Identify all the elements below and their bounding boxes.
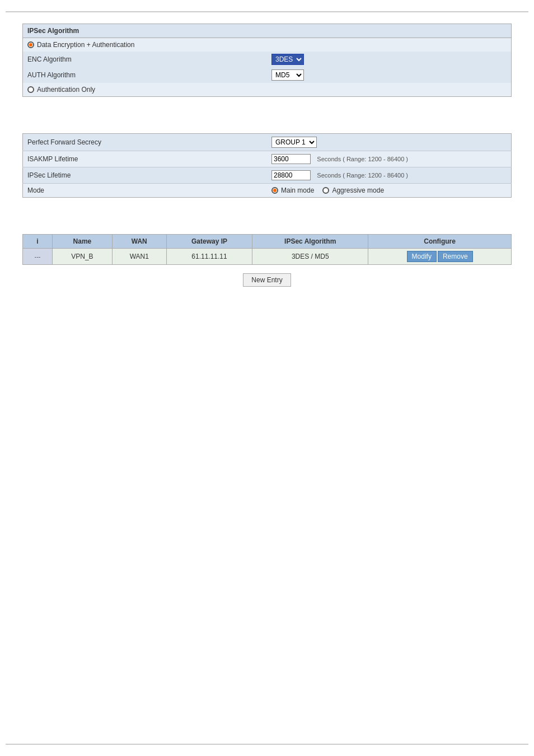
auth-algo-select[interactable]: MD5 SHA1 <box>271 69 304 81</box>
data-enc-label-text: Data Encryption + Authentication <box>37 41 134 49</box>
pfs-table: Perfect Forward Secrecy GROUP 1 GROUP 2 … <box>22 133 512 198</box>
ipsec-algo-header: IPSec Algorithm <box>23 24 512 38</box>
row-configure: ModifyRemove <box>368 249 512 265</box>
isakmp-row: ISAKMP Lifetime Seconds ( Range: 1200 - … <box>23 151 512 167</box>
col-header-ipsec-algo: IPSec Algorithm <box>252 235 368 249</box>
new-entry-wrapper: New Entry <box>22 273 512 287</box>
main-mode-radio[interactable]: Main mode <box>271 186 314 194</box>
enc-algo-row: ENC Algorithm 3DES AES DES <box>23 52 512 67</box>
main-mode-dot[interactable] <box>271 187 278 194</box>
isakmp-input[interactable] <box>271 154 311 164</box>
ipsec-lifetime-hint: Seconds ( Range: 1200 - 86400 ) <box>317 172 408 179</box>
enc-algo-value-cell: 3DES AES DES <box>267 52 512 67</box>
spacer-1 <box>22 114 512 133</box>
row-gateway-ip: 61.11.11.11 <box>166 249 252 265</box>
mode-row: Mode Main mode Aggressive mode <box>23 184 512 198</box>
col-header-wan: WAN <box>112 235 166 249</box>
mode-value-cell: Main mode Aggressive mode <box>267 184 512 198</box>
ipsec-algo-section: IPSec Algorithm Data Encryption + Authen… <box>22 24 512 97</box>
page-wrapper: IPSec Algorithm Data Encryption + Authen… <box>6 11 528 745</box>
row-i: --- <box>23 249 53 265</box>
data-enc-radio-label[interactable]: Data Encryption + Authentication <box>27 41 507 49</box>
aggressive-mode-text: Aggressive mode <box>332 186 384 194</box>
auth-only-row: Authentication Only <box>23 83 512 97</box>
data-enc-row: Data Encryption + Authentication <box>23 38 512 52</box>
pfs-label: Perfect Forward Secrecy <box>23 134 268 151</box>
auth-only-radio-dot[interactable] <box>27 86 34 93</box>
enc-algo-label: ENC Algorithm <box>23 52 268 67</box>
pfs-value-cell: GROUP 1 GROUP 2 GROUP 5 None <box>267 134 512 151</box>
isakmp-label: ISAKMP Lifetime <box>23 151 268 167</box>
new-entry-button[interactable]: New Entry <box>243 273 291 287</box>
table-row: --- VPN_B WAN1 61.11.11.11 3DES / MD5 Mo… <box>23 249 512 265</box>
row-ipsec-algorithm: 3DES / MD5 <box>252 249 368 265</box>
ipsec-lifetime-input[interactable] <box>271 170 311 180</box>
isakmp-hint: Seconds ( Range: 1200 - 86400 ) <box>317 156 408 162</box>
enc-algo-select[interactable]: 3DES AES DES <box>271 54 304 65</box>
ipsec-lifetime-value-cell: Seconds ( Range: 1200 - 86400 ) <box>267 167 512 184</box>
auth-algo-label: AUTH Algorithm <box>23 67 268 83</box>
auth-only-label-text: Authentication Only <box>37 86 95 94</box>
ipsec-algo-table: IPSec Algorithm Data Encryption + Authen… <box>22 24 512 97</box>
data-enc-radio-dot[interactable] <box>27 41 34 48</box>
modify-button[interactable]: Modify <box>407 251 437 262</box>
col-header-name: Name <box>53 235 113 249</box>
vpn-table-header: i Name WAN Gateway IP IPSec Algorithm Co… <box>23 235 512 249</box>
auth-only-radio-label[interactable]: Authentication Only <box>27 86 507 94</box>
aggressive-mode-radio[interactable]: Aggressive mode <box>322 186 384 194</box>
col-header-i: i <box>23 235 53 249</box>
pfs-section: Perfect Forward Secrecy GROUP 1 GROUP 2 … <box>22 133 512 198</box>
auth-algo-value-cell: MD5 SHA1 <box>267 67 512 83</box>
mode-options: Main mode Aggressive mode <box>271 186 507 194</box>
pfs-row: Perfect Forward Secrecy GROUP 1 GROUP 2 … <box>23 134 512 151</box>
col-header-configure: Configure <box>368 235 512 249</box>
pfs-select[interactable]: GROUP 1 GROUP 2 GROUP 5 None <box>271 137 317 148</box>
row-name: VPN_B <box>53 249 113 265</box>
vpn-table: i Name WAN Gateway IP IPSec Algorithm Co… <box>22 234 512 265</box>
row-wan: WAN1 <box>112 249 166 265</box>
ipsec-lifetime-label: IPSec Lifetime <box>23 167 268 184</box>
aggressive-mode-dot[interactable] <box>322 187 329 194</box>
main-mode-text: Main mode <box>281 186 314 194</box>
spacer-2 <box>22 214 512 234</box>
isakmp-value-cell: Seconds ( Range: 1200 - 86400 ) <box>267 151 512 167</box>
auth-algo-row: AUTH Algorithm MD5 SHA1 <box>23 67 512 83</box>
remove-button[interactable]: Remove <box>438 251 473 262</box>
vpn-table-section: i Name WAN Gateway IP IPSec Algorithm Co… <box>22 234 512 287</box>
col-header-gateway-ip: Gateway IP <box>166 235 252 249</box>
ipsec-lifetime-row: IPSec Lifetime Seconds ( Range: 1200 - 8… <box>23 167 512 184</box>
mode-label: Mode <box>23 184 268 198</box>
